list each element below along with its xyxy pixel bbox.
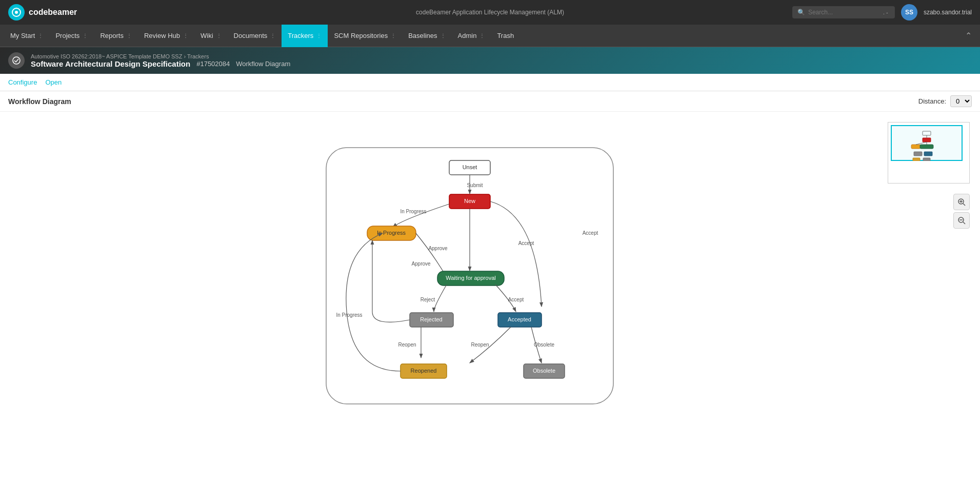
app-title: codeBeamer Application Lifecycle Managem… xyxy=(416,9,564,16)
nav-bar: My Start ⋮ Projects ⋮ Reports ⋮ Review H… xyxy=(0,25,980,47)
transition-approve2-label: Approve xyxy=(428,246,448,251)
tracker-icon xyxy=(8,52,25,69)
svg-rect-8 xyxy=(924,152,932,156)
search-box[interactable]: 🔍 . - xyxy=(792,6,895,18)
workflow-svg-container: Unset Submit New In Progress Accept In P… xyxy=(10,122,970,430)
transition-submit-label: Submit xyxy=(467,182,483,188)
svg-rect-3 xyxy=(923,131,931,135)
nav-item-projects[interactable]: Projects ⋮ xyxy=(49,25,94,47)
nav-item-trackers[interactable]: Trackers ⋮ xyxy=(282,25,328,47)
distance-control: Distance: 0 1 2 3 xyxy=(918,95,972,107)
nav-item-reports-dots: ⋮ xyxy=(127,33,132,38)
nav-item-reviewhub-dots: ⋮ xyxy=(183,33,188,38)
tracker-title: Software Architectural Design Specificat… xyxy=(31,59,190,68)
tracker-info: Automotive ISO 26262:2018~ ASPICE Templa… xyxy=(31,53,290,68)
main-content: Workflow Diagram Distance: 0 1 2 3 xyxy=(0,91,980,488)
search-input[interactable] xyxy=(808,9,880,16)
svg-rect-4 xyxy=(923,138,931,142)
workflow-header: Workflow Diagram Distance: 0 1 2 3 xyxy=(0,91,980,112)
svg-rect-6 xyxy=(920,145,933,149)
tracker-title-row: Software Architectural Design Specificat… xyxy=(31,59,290,68)
nav-item-admin[interactable]: Admin ⋮ xyxy=(452,25,491,47)
transition-inprogress1-label: In Progress xyxy=(400,209,426,214)
nav-item-reviewhub[interactable]: Review Hub ⋮ xyxy=(138,25,194,47)
transition-reopen2-label: Reopen xyxy=(471,342,489,348)
transition-reopen1-label: Reopen xyxy=(398,342,416,348)
nav-item-documents[interactable]: Documents ⋮ xyxy=(228,25,282,47)
tracker-id: #17502084 xyxy=(196,60,230,68)
svg-rect-10 xyxy=(923,158,930,161)
state-new-label: New xyxy=(464,198,475,204)
transition-approve1-label: Approve xyxy=(411,261,431,267)
logo-area: codebeamer xyxy=(8,4,77,21)
state-waiting-label: Waiting for approval xyxy=(446,275,495,281)
distance-select[interactable]: 0 1 2 3 xyxy=(950,95,972,107)
logo-text: codebeamer xyxy=(29,8,77,17)
minimap xyxy=(888,122,970,184)
transition-accept1-label: Accept xyxy=(518,240,534,246)
state-inprogress-label: In Progress xyxy=(376,230,406,236)
nav-item-mystart-dots: ⋮ xyxy=(38,33,43,38)
nav-item-wiki[interactable]: Wiki ⋮ xyxy=(194,25,228,47)
zoom-in-button[interactable] xyxy=(953,194,970,210)
transition-reject-label: Reject xyxy=(420,297,435,302)
state-reopened-label: Reopened xyxy=(410,368,436,374)
transition-obsolete-label: Obsolete xyxy=(533,342,554,348)
avatar[interactable]: SS xyxy=(901,4,917,21)
nav-item-scm-dots: ⋮ xyxy=(391,33,396,38)
breadcrumb: Automotive ISO 26262:2018~ ASPICE Templa… xyxy=(31,53,290,59)
state-accepted-label: Accepted xyxy=(508,316,531,322)
nav-item-baselines[interactable]: Baselines ⋮ xyxy=(402,25,451,47)
state-obsolete-label: Obsolete xyxy=(532,368,555,374)
user-name: szabo.sandor.trial xyxy=(924,9,972,16)
configure-link[interactable]: Configure xyxy=(8,78,37,86)
svg-rect-5 xyxy=(911,145,921,149)
sub-nav: Configure Open xyxy=(0,74,980,91)
nav-item-mystart[interactable]: My Start ⋮ xyxy=(4,25,49,47)
workflow-diagram-title: Workflow Diagram xyxy=(8,97,71,106)
search-icon: 🔍 xyxy=(797,9,805,16)
top-bar-right: 🔍 . - SS szabo.sandor.trial xyxy=(792,4,972,21)
svg-point-1 xyxy=(15,11,18,14)
nav-item-wiki-dots: ⋮ xyxy=(216,33,222,38)
transition-accept3-label: Accept xyxy=(582,230,598,236)
svg-line-17 xyxy=(963,204,965,206)
tracker-header: Automotive ISO 26262:2018~ ASPICE Templa… xyxy=(0,47,980,74)
nav-item-trackers-dots: ⋮ xyxy=(316,33,322,38)
state-unset-label: Unset xyxy=(462,164,477,170)
nav-item-admin-dots: ⋮ xyxy=(479,33,485,38)
svg-rect-7 xyxy=(914,152,922,156)
nav-item-scm[interactable]: SCM Repositories ⋮ xyxy=(328,25,402,47)
open-link[interactable]: Open xyxy=(45,78,62,86)
svg-point-2 xyxy=(13,57,20,64)
svg-line-20 xyxy=(963,222,965,224)
transition-inprogress2-label: In Progress xyxy=(336,312,362,318)
svg-rect-9 xyxy=(913,158,920,161)
nav-item-reports[interactable]: Reports ⋮ xyxy=(94,25,138,47)
diagram-area: Unset Submit New In Progress Accept In P… xyxy=(0,112,980,488)
search-actions: . - xyxy=(883,9,888,15)
transition-accept2-label: Accept xyxy=(508,297,524,302)
zoom-out-button[interactable] xyxy=(953,212,970,229)
zoom-controls xyxy=(953,194,970,229)
nav-item-baselines-dots: ⋮ xyxy=(441,33,446,38)
top-bar: codebeamer codeBeamer Application Lifecy… xyxy=(0,0,980,25)
workflow-svg: Unset Submit New In Progress Accept In P… xyxy=(311,132,670,419)
minimap-content xyxy=(906,130,947,161)
tracker-view: Workflow Diagram xyxy=(236,60,290,68)
distance-label: Distance: xyxy=(918,97,946,105)
svg-line-12 xyxy=(916,142,927,145)
logo-icon xyxy=(8,4,25,21)
state-rejected-label: Rejected xyxy=(420,316,442,322)
nav-item-trash[interactable]: Trash xyxy=(491,25,520,47)
nav-collapse-button[interactable]: ⌃ xyxy=(961,31,976,40)
nav-item-projects-dots: ⋮ xyxy=(83,33,88,38)
nav-item-documents-dots: ⋮ xyxy=(270,33,275,38)
